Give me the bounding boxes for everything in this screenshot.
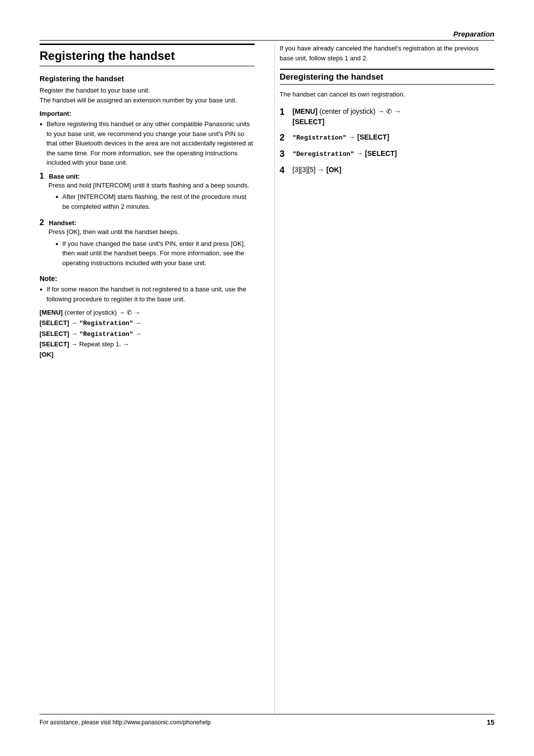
step-2-block: 2 Handset: Press [OK], then wait until t… bbox=[40, 218, 255, 268]
deregister-step-1-num: 1 bbox=[280, 106, 291, 118]
deregister-step-3-num: 3 bbox=[280, 148, 291, 160]
important-label: Important: bbox=[40, 110, 255, 117]
note-list: If for some reason the handset is not re… bbox=[40, 284, 255, 304]
deregister-step-1-text: [MENU] (center of joystick) → ✆ → [SELEC… bbox=[293, 106, 401, 127]
step-1-sub-bullets: After [INTERCOM] starts flashing, the re… bbox=[55, 192, 255, 211]
footer-assistance-text: For assistance, please visit http://www.… bbox=[40, 719, 211, 726]
step-2-number: 2 bbox=[40, 218, 44, 227]
step-1-number: 1 bbox=[40, 172, 44, 180]
note-item-1: If for some reason the handset is not re… bbox=[40, 284, 255, 304]
deregister-section-title: Deregistering the handset bbox=[280, 69, 495, 85]
main-content: Registering the handset Registering the … bbox=[40, 44, 494, 714]
main-section-title: Registering the handset bbox=[40, 44, 255, 66]
deregister-step-2: 2 "Registration" → [SELECT] bbox=[280, 132, 495, 143]
intro-text: Register the handset to your base unit. … bbox=[40, 86, 255, 105]
note-label: Note: bbox=[40, 275, 255, 283]
deregister-step-3-text: "Deregistration" → [SELECT] bbox=[293, 148, 397, 159]
step-1-header: 1 Base unit: bbox=[40, 172, 255, 181]
deregister-step-1: 1 [MENU] (center of joystick) → ✆ → [SEL… bbox=[280, 106, 495, 127]
deregister-step-2-num: 2 bbox=[280, 132, 291, 143]
step-1-label: Base unit: bbox=[49, 173, 80, 180]
step-2-sub-bullet-1: If you have changed the base unit's PIN,… bbox=[55, 239, 255, 268]
step-1-content: Press and hold [INTERCOM] until it start… bbox=[48, 181, 255, 212]
header: Preparation bbox=[40, 30, 494, 41]
right-intro-text: If you have already canceled the handset… bbox=[280, 44, 495, 63]
deregister-step-4-num: 4 bbox=[280, 165, 291, 176]
right-column: If you have already canceled the handset… bbox=[274, 44, 495, 714]
deregister-step-4-text: [3][3][5] → [OK] bbox=[293, 165, 342, 175]
step-2-label: Handset: bbox=[49, 219, 77, 227]
deregister-desc: The handset can cancel its own registrat… bbox=[280, 90, 495, 99]
deregister-step-3: 3 "Deregistration" → [SELECT] bbox=[280, 148, 495, 160]
step-2-header: 2 Handset: bbox=[40, 218, 255, 227]
footer: For assistance, please visit http://www.… bbox=[40, 714, 494, 726]
step-1-block: 1 Base unit: Press and hold [INTERCOM] u… bbox=[40, 172, 255, 212]
left-column: Registering the handset Registering the … bbox=[40, 44, 260, 714]
subsection-title: Registering the handset bbox=[40, 74, 255, 83]
important-item-1: Before registering this handset or any o… bbox=[40, 119, 255, 168]
step-2-content: Press [OK], then wait until the handset … bbox=[48, 227, 255, 268]
important-list: Before registering this handset or any o… bbox=[40, 119, 255, 168]
step-1-sub-bullet-1: After [INTERCOM] starts flashing, the re… bbox=[55, 192, 255, 211]
page: Preparation Registering the handset Regi… bbox=[0, 0, 534, 756]
footer-page-number: 15 bbox=[487, 718, 494, 726]
note-procedure: [MENU] (center of joystick) → ✆ → [SELEC… bbox=[40, 308, 255, 360]
deregister-step-2-text: "Registration" → [SELECT] bbox=[293, 132, 390, 143]
page-section-title: Preparation bbox=[453, 30, 494, 38]
step-2-sub-bullets: If you have changed the base unit's PIN,… bbox=[55, 239, 255, 268]
deregister-step-4: 4 [3][3][5] → [OK] bbox=[280, 165, 495, 176]
